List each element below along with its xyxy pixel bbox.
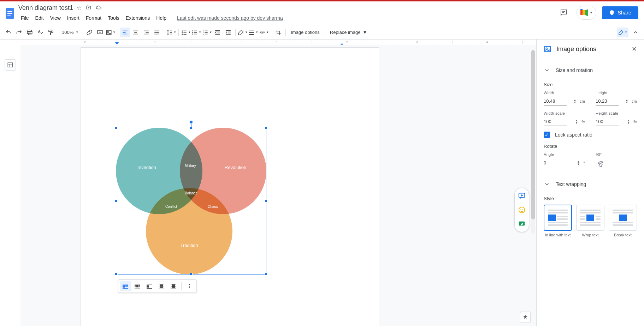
docs-logo-icon[interactable] [3,4,17,23]
paint-format-icon[interactable] [46,28,56,37]
resize-handle-tl[interactable] [115,127,118,129]
checklist-icon[interactable]: ▼ [181,28,191,37]
bullet-list-icon[interactable]: ▼ [191,28,201,37]
angle-label: Angle [544,152,585,157]
comment-icon[interactable] [95,28,105,37]
wrap-inline-icon[interactable] [120,281,131,291]
add-comment-icon[interactable] [516,190,527,201]
svg-rect-77 [147,288,152,289]
angle-input[interactable] [544,159,560,167]
replace-image-button[interactable]: Replace image▼ [327,28,370,37]
link-icon[interactable] [84,28,94,37]
star-icon[interactable]: ☆ [77,5,82,11]
resize-handle-br[interactable] [265,273,267,276]
outline-toggle-icon[interactable] [5,59,16,71]
svg-rect-57 [261,34,262,34]
width-label: Width [544,91,585,95]
wrap-text-icon[interactable] [132,281,143,291]
resize-handle-bl[interactable] [115,273,118,276]
svg-point-29 [192,30,193,31]
numbered-list-icon[interactable]: 123▼ [202,28,212,37]
svg-marker-8 [585,9,588,16]
scrollbar[interactable] [531,50,535,234]
selection-box[interactable] [116,128,266,274]
hscale-stepper[interactable]: ▲▼ [627,120,630,124]
align-left-icon[interactable] [120,28,130,37]
collapse-panel-icon[interactable] [631,28,640,37]
height-input[interactable] [596,97,619,105]
svg-point-30 [192,32,193,33]
image-insert-icon[interactable]: ▼ [106,28,116,37]
ruler[interactable]: 2 · | · 1 · | · · | · 1 · | · 2 · | · 3 … [20,40,536,45]
crop-icon[interactable] [273,28,283,37]
share-button[interactable]: Share [602,6,638,19]
wrap-break-icon[interactable] [144,281,155,291]
image-options-button[interactable]: Image options [288,28,323,37]
menu-insert[interactable]: Insert [65,14,82,22]
section-text-wrapping[interactable]: Text wrapping [544,177,637,191]
rotate-handle[interactable] [189,120,193,124]
last-edit-link[interactable]: Last edit was made seconds ago by dev sh… [175,14,285,22]
svg-rect-67 [123,288,128,289]
section-size-rotation[interactable]: Size and rotation [544,64,637,77]
more-options-icon[interactable] [184,281,195,291]
angle-stepper[interactable]: ▲▼ [577,161,580,165]
suggest-edit-icon[interactable] [516,218,527,230]
editing-mode-button[interactable]: ▼ [617,28,628,37]
lock-aspect-checkbox[interactable]: ✓ [544,132,550,138]
width-stepper[interactable]: ▲▼ [573,99,576,104]
move-icon[interactable] [86,5,91,12]
wrap-break-card[interactable]: Break text [609,205,637,237]
menu-extensions[interactable]: Extensions [123,14,152,22]
border-dash-icon[interactable]: ▼ [259,28,269,37]
add-emoji-icon[interactable] [516,204,527,216]
border-color-icon[interactable]: ▼ [238,28,248,37]
line-spacing-icon[interactable]: ▼ [166,28,176,37]
undo-icon[interactable] [4,28,13,37]
align-center-icon[interactable] [131,28,141,37]
resize-handle-mr[interactable] [265,200,267,203]
align-justify-icon[interactable] [152,28,162,37]
menu-view[interactable]: View [48,14,63,22]
svg-rect-66 [125,286,128,287]
meet-button[interactable]: ▼ [577,6,596,20]
wscale-input[interactable] [544,117,567,126]
indent-icon[interactable] [223,28,233,37]
menu-format[interactable]: Format [83,14,104,22]
hscale-input[interactable] [596,117,619,126]
redo-icon[interactable] [14,28,24,37]
wscale-stepper[interactable]: ▲▼ [575,120,578,124]
height-stepper[interactable]: ▲▼ [625,99,628,104]
menu-help[interactable]: Help [154,14,169,22]
resize-handle-tc[interactable] [190,127,193,129]
document-title[interactable]: Venn diagram test1 [18,4,73,12]
menu-file[interactable]: File [18,14,31,22]
wrap-inline-card[interactable]: In line with text [544,205,572,237]
wrap-behind-icon[interactable] [156,281,167,291]
resize-handle-bc[interactable] [190,273,193,276]
explore-icon[interactable] [520,312,531,322]
svg-rect-50 [249,32,254,33]
wrap-front-icon[interactable] [168,281,179,291]
style-heading: Style [544,196,637,201]
svg-rect-2 [7,13,12,14]
rotate-90-button[interactable] [596,159,606,169]
canvas[interactable]: 2 · | · 1 · | · · | · 1 · | · 2 · | · 3 … [20,40,536,326]
menu-tools[interactable]: Tools [105,14,122,22]
svg-rect-11 [27,31,32,34]
close-panel-icon[interactable]: ✕ [632,45,637,53]
print-icon[interactable] [25,28,35,37]
width-input[interactable] [544,97,567,105]
resize-handle-ml[interactable] [115,200,118,203]
zoom-select[interactable]: 100%▼ [60,30,80,35]
resize-handle-tr[interactable] [265,127,267,129]
cloud-status-icon[interactable] [96,5,102,11]
align-right-icon[interactable] [141,28,151,37]
wrap-text-card[interactable]: Wrap text [576,205,604,237]
comment-history-icon[interactable] [557,6,571,20]
outdent-icon[interactable] [213,28,223,37]
spellcheck-icon[interactable] [35,28,45,37]
menu-edit[interactable]: Edit [33,14,46,22]
svg-rect-1 [7,11,12,12]
border-weight-icon[interactable]: ▼ [248,28,258,37]
